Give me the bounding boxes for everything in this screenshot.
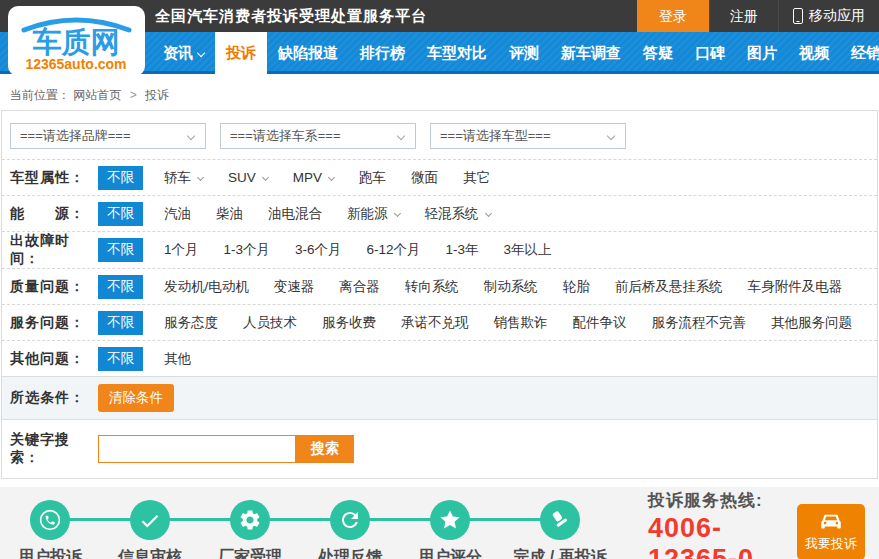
refresh-icon bbox=[330, 500, 370, 540]
filter-option[interactable]: 配件争议 bbox=[573, 314, 627, 332]
filter-option-selected[interactable]: 不限 bbox=[98, 238, 143, 262]
filter-option[interactable]: 服务流程不完善 bbox=[652, 314, 747, 332]
process-step-label: 完成 / 再投诉 bbox=[513, 547, 606, 559]
filter-option[interactable]: 发动机/电动机 bbox=[164, 278, 249, 296]
process-step-label: 信息审核 bbox=[118, 547, 182, 559]
filter-option[interactable]: 1个月 bbox=[164, 241, 199, 259]
filter-option-selected[interactable]: 不限 bbox=[98, 311, 143, 335]
nav-list: 资讯投诉缺陷报道排行榜车型对比评测新车调查答疑口碑图片视频经销商点评论坛 bbox=[152, 32, 879, 74]
register-button[interactable]: 注册 bbox=[709, 0, 778, 32]
site-logo[interactable]: 车质网 12365auto.com bbox=[8, 6, 145, 76]
nav-item[interactable]: 缺陷报道 bbox=[267, 32, 349, 74]
filter-option[interactable]: 变速器 bbox=[274, 278, 315, 296]
filter-row: 车型属性：不限轿车SUVMPV跑车微面其它 bbox=[2, 159, 877, 195]
mobile-app-label: 移动应用 bbox=[809, 7, 865, 25]
filter-option[interactable]: 人员技术 bbox=[243, 314, 297, 332]
filter-option-selected[interactable]: 不限 bbox=[98, 202, 143, 226]
filter-panel: ===请选择品牌======请选择车系======请选择车型=== 车型属性：不… bbox=[1, 110, 878, 479]
filter-option[interactable]: 转向系统 bbox=[405, 278, 459, 296]
keyword-search-input[interactable] bbox=[98, 435, 296, 463]
filter-option[interactable]: MPV bbox=[293, 170, 334, 185]
logo-graphic: 车质网 12365auto.com bbox=[8, 6, 145, 76]
filter-option[interactable]: 前后桥及悬挂系统 bbox=[615, 278, 723, 296]
process-step: 处理反馈 bbox=[300, 500, 400, 559]
brand-select[interactable]: ===请选择品牌=== bbox=[10, 123, 206, 149]
nav-item[interactable]: 评测 bbox=[498, 32, 550, 74]
filter-row-label: 质量问题： bbox=[10, 278, 98, 296]
filter-option[interactable]: 轿车 bbox=[164, 169, 203, 187]
model-select[interactable]: ===请选择车型=== bbox=[430, 123, 626, 149]
process-step: 用户投诉 bbox=[0, 500, 100, 559]
process-step-label: 用户投诉 bbox=[18, 547, 82, 559]
filter-option[interactable]: 微面 bbox=[411, 169, 438, 187]
search-button[interactable]: 搜索 bbox=[296, 435, 354, 463]
filter-option[interactable]: SUV bbox=[228, 170, 268, 185]
filter-option[interactable]: 离合器 bbox=[339, 278, 380, 296]
filter-option[interactable]: 其他服务问题 bbox=[771, 314, 852, 332]
complaint-button[interactable]: 我要投诉 bbox=[797, 504, 865, 559]
login-button[interactable]: 登录 bbox=[637, 0, 709, 32]
filter-option[interactable]: 服务态度 bbox=[164, 314, 218, 332]
filter-option[interactable]: 跑车 bbox=[359, 169, 386, 187]
nav-item[interactable]: 口碑 bbox=[684, 32, 736, 74]
nav-item[interactable]: 图片 bbox=[736, 32, 788, 74]
filter-row-label: 其他问题： bbox=[10, 350, 98, 368]
nav-item[interactable]: 投诉 bbox=[215, 32, 267, 74]
series-select[interactable]: ===请选择车系=== bbox=[220, 123, 416, 149]
nav-item[interactable]: 排行榜 bbox=[349, 32, 416, 74]
filter-option[interactable]: 其它 bbox=[463, 169, 490, 187]
filter-option[interactable]: 其他 bbox=[164, 350, 191, 368]
complaint-button-label: 我要投诉 bbox=[805, 535, 857, 553]
process-strip: 用户投诉信息审核厂家受理处理反馈用户评分完成 / 再投诉 投诉服务热线: 400… bbox=[0, 487, 879, 559]
filter-row-label: 服务问题： bbox=[10, 314, 98, 332]
select-value: ===请选择车系=== bbox=[230, 127, 341, 145]
phone-icon bbox=[30, 500, 70, 540]
mobile-phone-icon bbox=[793, 8, 803, 24]
chevron-down-icon bbox=[187, 132, 195, 140]
nav-item[interactable]: 新车调查 bbox=[550, 32, 632, 74]
filter-option[interactable]: 3年以上 bbox=[504, 241, 552, 259]
filter-option[interactable]: 1-3个月 bbox=[224, 241, 271, 259]
filter-option[interactable]: 承诺不兑现 bbox=[401, 314, 469, 332]
filter-option[interactable]: 制动系统 bbox=[484, 278, 538, 296]
filter-option[interactable]: 服务收费 bbox=[322, 314, 376, 332]
mobile-app-button[interactable]: 移动应用 bbox=[778, 0, 879, 32]
breadcrumb-prefix: 当前位置： bbox=[10, 88, 70, 102]
logo-name: 车质网 bbox=[33, 26, 120, 58]
chevron-down-icon bbox=[484, 210, 491, 217]
nav-item[interactable]: 答疑 bbox=[632, 32, 684, 74]
filter-option[interactable]: 1-3年 bbox=[446, 241, 479, 259]
vehicle-select-row: ===请选择品牌======请选择车系======请选择车型=== bbox=[2, 111, 877, 159]
hotline-label: 投诉服务热线: bbox=[648, 489, 797, 512]
filter-option[interactable]: 汽油 bbox=[164, 205, 191, 223]
chevron-down-icon bbox=[607, 132, 615, 140]
chevron-down-icon bbox=[262, 174, 269, 181]
nav-item[interactable]: 经销商点评 bbox=[840, 32, 879, 74]
check-icon bbox=[130, 500, 170, 540]
filter-option[interactable]: 6-12个月 bbox=[367, 241, 421, 259]
filter-option[interactable]: 3-6个月 bbox=[295, 241, 342, 259]
filter-option[interactable]: 销售欺诈 bbox=[494, 314, 548, 332]
filter-option-selected[interactable]: 不限 bbox=[98, 166, 143, 190]
process-step-label: 厂家受理 bbox=[218, 547, 282, 559]
filter-option[interactable]: 轮胎 bbox=[563, 278, 590, 296]
process-steps: 用户投诉信息审核厂家受理处理反馈用户评分完成 / 再投诉 bbox=[0, 487, 620, 559]
chevron-down-icon bbox=[393, 210, 400, 217]
process-step: 用户评分 bbox=[400, 500, 500, 559]
breadcrumb-home-link[interactable]: 网站首页 bbox=[73, 88, 121, 102]
process-step: 厂家受理 bbox=[200, 500, 300, 559]
filter-option-selected[interactable]: 不限 bbox=[98, 275, 143, 299]
process-step-label: 处理反馈 bbox=[318, 547, 382, 559]
nav-item[interactable]: 车型对比 bbox=[416, 32, 498, 74]
filter-option[interactable]: 车身附件及电器 bbox=[748, 278, 843, 296]
clear-conditions-button[interactable]: 清除条件 bbox=[98, 384, 174, 412]
filter-option[interactable]: 新能源 bbox=[347, 205, 400, 223]
filter-option[interactable]: 油电混合 bbox=[268, 205, 322, 223]
filter-option[interactable]: 轻混系统 bbox=[425, 205, 491, 223]
chevron-down-icon bbox=[328, 174, 335, 181]
filter-row: 其他问题：不限其他 bbox=[2, 340, 877, 376]
filter-option-selected[interactable]: 不限 bbox=[98, 347, 143, 371]
nav-item[interactable]: 视频 bbox=[788, 32, 840, 74]
filter-option[interactable]: 柴油 bbox=[216, 205, 243, 223]
nav-item[interactable]: 资讯 bbox=[152, 32, 215, 74]
